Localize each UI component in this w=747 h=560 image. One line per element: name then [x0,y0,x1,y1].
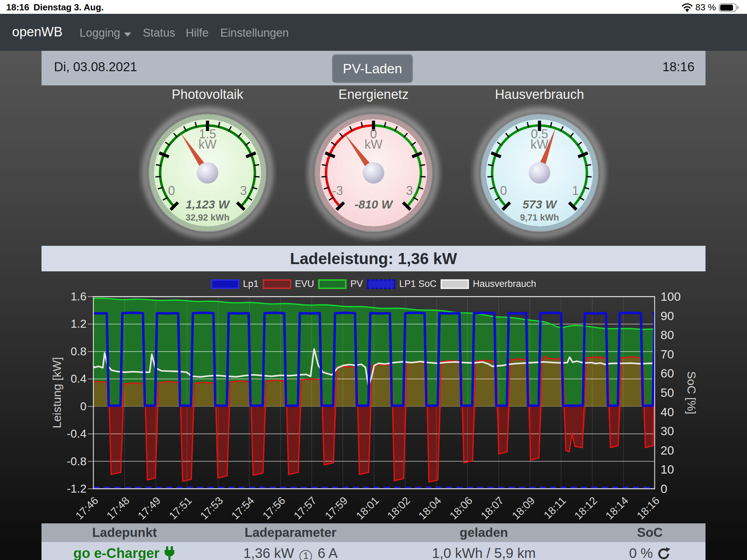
svg-text:50: 50 [661,386,674,399]
svg-text:1.2: 1.2 [71,317,86,330]
svg-text:20: 20 [661,444,674,457]
svg-text:10: 10 [661,463,674,476]
svg-text:0: 0 [80,400,86,413]
svg-text:-0.4: -0.4 [67,427,86,440]
svg-text:17:46: 17:46 [73,494,101,522]
svg-text:60: 60 [661,366,674,380]
svg-text:17:51: 17:51 [167,494,194,522]
svg-text:18:01: 18:01 [354,494,381,522]
svg-text:70: 70 [661,347,674,361]
svg-text:18:04: 18:04 [416,494,444,522]
svg-text:-1.2: -1.2 [67,482,86,495]
svg-text:18:06: 18:06 [447,494,475,522]
svg-text:0: 0 [661,482,667,495]
svg-text:90: 90 [661,309,674,323]
svg-text:17:57: 17:57 [292,494,319,522]
svg-text:100: 100 [661,290,681,303]
svg-text:-0.8: -0.8 [67,455,86,468]
svg-text:17:59: 17:59 [323,494,350,522]
svg-text:18:07: 18:07 [479,494,506,522]
svg-text:0.8: 0.8 [71,345,86,358]
svg-text:80: 80 [661,328,674,342]
svg-text:30: 30 [661,424,674,438]
svg-text:17:53: 17:53 [198,494,225,522]
svg-text:18:16: 18:16 [634,494,662,522]
svg-text:1.6: 1.6 [71,290,86,303]
svg-text:SoC [%]: SoC [%] [685,371,698,414]
svg-text:40: 40 [661,405,674,419]
svg-text:17:56: 17:56 [260,494,288,522]
svg-text:18:09: 18:09 [510,494,537,522]
svg-text:Leistung [kW]: Leistung [kW] [50,357,63,428]
svg-text:18:12: 18:12 [572,494,600,522]
svg-text:18:14: 18:14 [603,494,631,522]
svg-text:17:48: 17:48 [104,494,132,522]
svg-text:18:02: 18:02 [385,494,413,522]
svg-text:17:54: 17:54 [229,494,257,522]
svg-text:18:11: 18:11 [541,494,568,521]
svg-text:17:49: 17:49 [136,494,163,522]
svg-text:0.4: 0.4 [71,372,86,385]
